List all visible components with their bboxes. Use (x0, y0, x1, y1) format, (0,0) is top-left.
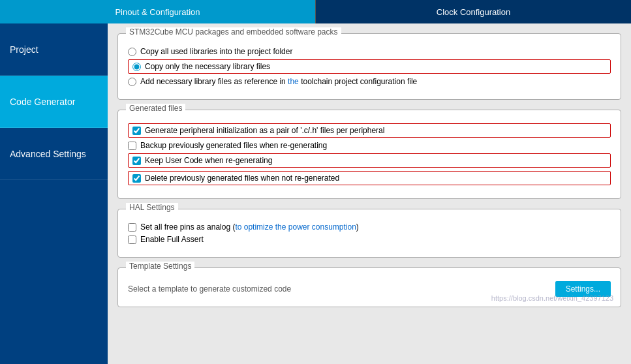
header-tabs: Pinout & Configuration Clock Configurati… (0, 0, 631, 23)
main-layout: Project Code Generator Advanced Settings… (0, 23, 631, 364)
checkbox-row-gen-peripheral: Generate peripheral initialization as a … (128, 123, 611, 138)
stm32-section-content: Copy all used libraries into the project… (128, 47, 611, 86)
hal-settings-content: Set all free pins as analog (to optimize… (128, 222, 611, 244)
checkbox-gen-peripheral[interactable] (132, 127, 141, 135)
generated-files-title: Generated files (126, 104, 185, 113)
radio-option3[interactable] (128, 78, 136, 86)
stm32-section: STM32Cube MCU packages and embedded soft… (117, 33, 621, 100)
tab-clock[interactable]: Clock Configuration (316, 0, 631, 23)
radio-row-option3: Add necessary library files as reference… (128, 77, 611, 86)
checkbox-backup[interactable] (128, 142, 136, 150)
checkbox-keep-user-code[interactable] (132, 157, 141, 165)
checkbox-row-keep-user-code: Keep User Code when re-generating (128, 153, 611, 168)
generated-files-content: Generate peripheral initialization as a … (128, 123, 611, 185)
checkbox-row-delete-prev: Delete previously generated files when n… (128, 171, 611, 185)
content-wrapper: STM32Cube MCU packages and embedded soft… (117, 33, 621, 307)
hal-settings-section: HAL Settings Set all free pins as analog… (117, 209, 621, 258)
checkbox-full-assert[interactable] (128, 235, 136, 244)
radio-row-option2: Copy only the necessary library files (128, 59, 611, 74)
watermark: https://blog.csdn.net/weixin_42397123 (491, 294, 613, 302)
hal-settings-title: HAL Settings (126, 203, 178, 212)
sidebar: Project Code Generator Advanced Settings (0, 23, 108, 364)
sidebar-item-project[interactable]: Project (0, 23, 108, 76)
template-settings-title: Template Settings (126, 262, 194, 271)
checkbox-row-full-assert: Enable Full Assert (128, 235, 611, 244)
sidebar-item-code-generator[interactable]: Code Generator (0, 76, 108, 128)
checkbox-row-backup: Backup previously generated files when r… (128, 141, 611, 150)
stm32-section-title: STM32Cube MCU packages and embedded soft… (126, 27, 341, 37)
checkbox-free-pins[interactable] (128, 223, 136, 232)
sidebar-item-advanced-settings[interactable]: Advanced Settings (0, 128, 108, 180)
template-label: Select a template to generate customized… (128, 284, 291, 294)
radio-option2[interactable] (132, 63, 141, 71)
radio-option1[interactable] (128, 48, 136, 56)
radio-row-option1: Copy all used libraries into the project… (128, 47, 611, 56)
content-area: STM32Cube MCU packages and embedded soft… (108, 23, 631, 364)
tab-pinout[interactable]: Pinout & Configuration (0, 0, 315, 23)
checkbox-row-free-pins: Set all free pins as analog (to optimize… (128, 222, 611, 232)
checkbox-delete-prev[interactable] (132, 174, 141, 183)
generated-files-section: Generated files Generate peripheral init… (117, 110, 621, 199)
